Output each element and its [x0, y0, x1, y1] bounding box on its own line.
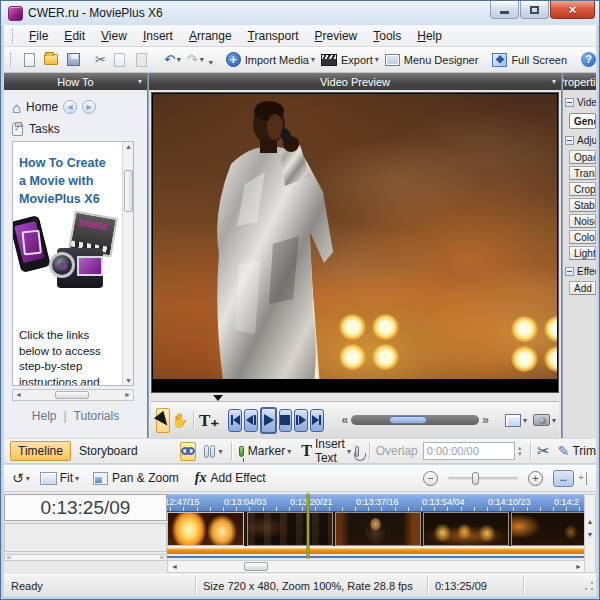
shuttle-forward-icon[interactable]: » [482, 413, 489, 427]
audio-strip[interactable] [167, 547, 586, 554]
marker-button[interactable]: Marker [248, 444, 285, 458]
props-item-add-effect[interactable]: Add Effe [569, 281, 596, 295]
add-effect-button[interactable]: Add Effect [210, 471, 265, 485]
props-group-video[interactable]: Video O [563, 95, 596, 110]
props-group-adjust[interactable]: Adjust [563, 133, 596, 148]
timeline-horizontal-scrollbar[interactable]: ◄ ► [167, 560, 586, 573]
howto-vertical-scrollbar[interactable]: ▲ ▼ [122, 142, 133, 385]
tab-timeline[interactable]: Timeline [10, 441, 71, 461]
undo-button[interactable]: ↶▾ [161, 50, 184, 69]
scroll-down-arrow[interactable]: ▼ [123, 377, 134, 384]
scroll-left-arrow[interactable]: ◄ [15, 391, 22, 398]
undo-dropdown[interactable]: ▾ [177, 55, 181, 64]
stop-button[interactable] [279, 409, 292, 432]
timeline-vertical-scrollbar[interactable]: ▲ ▼ [584, 494, 596, 573]
pan-tool[interactable]: ✋ [170, 408, 189, 433]
panel-menu-icon[interactable]: ▾ [552, 77, 556, 86]
timeline-clip-thumbnail[interactable] [423, 512, 509, 546]
props-item-lighting[interactable]: Lighting [569, 246, 596, 260]
scroll-left-arrow[interactable]: ◄ [168, 563, 181, 570]
props-item-transform[interactable]: Transfor [569, 166, 596, 180]
toolbar-grip[interactable] [10, 53, 12, 67]
goto-start-button[interactable] [228, 409, 242, 432]
menu-tools[interactable]: Tools [365, 26, 409, 46]
collapse-icon[interactable] [565, 136, 574, 145]
minimize-button[interactable] [490, 1, 519, 19]
shuttle-track[interactable] [351, 415, 479, 425]
display-mode-button[interactable]: ▾ [502, 412, 530, 429]
zoom-out-button[interactable]: − [423, 471, 438, 486]
snap-playhead-icon[interactable] [578, 471, 590, 486]
props-item-color[interactable]: Color [569, 230, 596, 244]
new-button[interactable] [18, 50, 40, 70]
close-button[interactable]: × [550, 1, 595, 19]
zoom-slider-thumb[interactable] [472, 472, 479, 485]
track-header-scrollbar[interactable] [4, 554, 167, 561]
howto-horizontal-scrollbar[interactable]: ◄ ► [12, 389, 134, 401]
scroll-down-arrow[interactable]: ▼ [585, 528, 595, 541]
previous-frame-button[interactable] [244, 409, 258, 432]
envelope-button[interactable] [204, 445, 215, 458]
paste-button[interactable] [131, 50, 153, 70]
timeline-clip-thumbnail[interactable] [167, 512, 244, 546]
select-tool[interactable] [156, 408, 170, 433]
pan-zoom-button[interactable]: Pan & Zoom [112, 471, 179, 485]
panel-menu-icon[interactable]: ▾ [138, 77, 142, 86]
tab-storyboard[interactable]: Storyboard [71, 441, 146, 461]
maximize-button[interactable] [520, 1, 549, 19]
full-screen-button[interactable]: ✥Full Screen [489, 51, 570, 69]
help-link[interactable]: Help [32, 409, 57, 423]
menu-help[interactable]: Help [409, 26, 450, 46]
props-group-effects[interactable]: Effects [563, 264, 596, 279]
scrollbar-thumb[interactable] [55, 391, 89, 399]
insert-text-button[interactable]: Insert Text [315, 437, 345, 465]
scrollbar-thumb[interactable] [124, 170, 133, 212]
shuttle-back-icon[interactable]: « [342, 413, 349, 427]
overlap-spinner[interactable]: ▲▼ [517, 445, 523, 457]
help-button[interactable]: ? [578, 50, 599, 69]
home-link[interactable]: Home [26, 100, 58, 114]
timeline-clip-thumbnail[interactable] [511, 512, 586, 546]
toolbar-group-overflow[interactable]: ▾ [209, 58, 213, 67]
menu-file[interactable]: File [21, 26, 56, 46]
props-item-crop[interactable]: Crop [569, 182, 596, 196]
redo-dropdown[interactable]: ▾ [200, 55, 204, 64]
overlap-input[interactable] [423, 442, 515, 460]
props-tab-general[interactable]: General [569, 113, 596, 129]
props-item-opacity[interactable]: Opacity [569, 150, 596, 164]
copy-button[interactable] [109, 50, 131, 70]
menu-designer-button[interactable]: Menu Designer [382, 52, 482, 68]
menu-insert[interactable]: Insert [135, 26, 181, 46]
fit-button[interactable]: Fit [60, 471, 73, 485]
menu-transport[interactable]: Transport [240, 26, 307, 46]
split-scissors-button[interactable]: ✂ [537, 442, 550, 460]
redo-button[interactable]: ↷▾ [184, 50, 207, 69]
save-button[interactable] [62, 50, 84, 70]
props-item-noise-reduction[interactable]: Noise R [569, 214, 596, 228]
collapse-icon[interactable] [565, 98, 574, 107]
playhead[interactable] [307, 494, 309, 558]
scroll-up-arrow[interactable]: ▲ [585, 515, 595, 528]
tasks-link[interactable]: Tasks [29, 122, 60, 136]
import-media-button[interactable]: +Import Media▾ [223, 50, 318, 69]
scrollbar-thumb[interactable] [244, 562, 268, 571]
menu-arrange[interactable]: Arrange [181, 26, 240, 46]
goto-end-button[interactable] [310, 409, 324, 432]
back-button[interactable]: ◄ [63, 100, 77, 114]
cut-button[interactable]: ✂ [92, 50, 109, 69]
zoom-in-button[interactable]: + [528, 471, 543, 486]
scroll-up-arrow[interactable]: ▲ [123, 143, 134, 150]
collapse-icon[interactable] [565, 267, 574, 276]
menu-preview[interactable]: Preview [307, 26, 366, 46]
rotate-button[interactable]: ↺ [12, 470, 24, 486]
timeline-ruler[interactable]: 0:12:47/15 0:13:04/03 0:13:20/21 0:13:37… [167, 494, 586, 512]
zoom-slider[interactable] [448, 477, 518, 480]
play-button[interactable] [260, 407, 277, 434]
resize-grip[interactable] [583, 580, 595, 592]
trim-button[interactable]: Trim [572, 444, 596, 458]
menu-view[interactable]: View [93, 26, 135, 46]
export-button[interactable]: Export▾ [318, 52, 382, 68]
shuttle-thumb[interactable] [389, 416, 427, 424]
toolbar-grip[interactable] [12, 29, 15, 43]
insert-text-tool[interactable]: T₊ [198, 408, 220, 433]
